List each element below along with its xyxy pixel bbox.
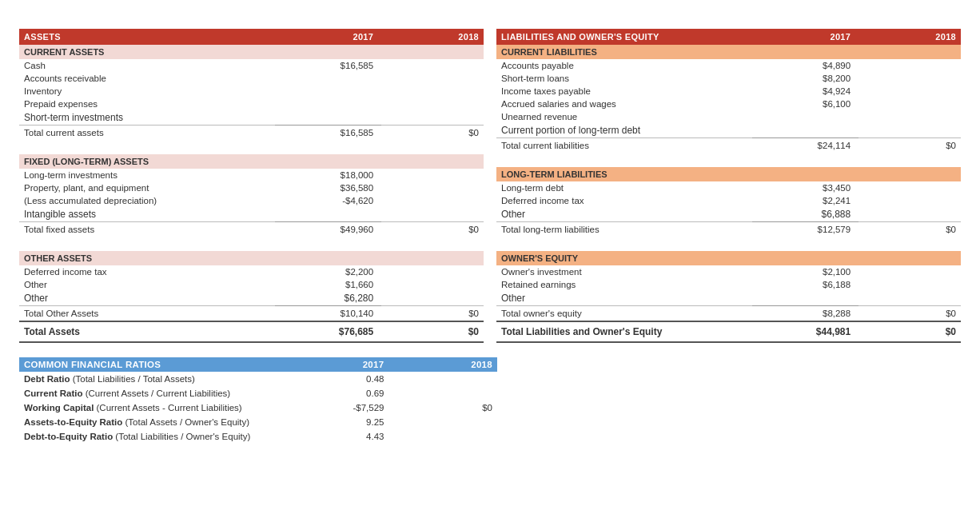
row-val-2017: $6,100 [752, 98, 859, 110]
section-label: OTHER ASSETS [19, 251, 484, 265]
table-row: Other $6,280 [19, 291, 484, 306]
ratio-val-2017: -$7,529 [282, 400, 392, 415]
row-label: Other [19, 291, 275, 306]
row-label: Accounts receivable [19, 72, 275, 85]
row-label: Deferred income tax [19, 265, 275, 278]
row-val-2017 [752, 123, 859, 138]
grand-total-val-2017: $44,981 [752, 321, 859, 342]
row-val-2017: $8,200 [752, 72, 859, 85]
row-label: Prepaid expenses [19, 98, 275, 110]
row-val-2018 [858, 59, 961, 72]
row-val-2017: $16,585 [275, 59, 382, 72]
table-row: Retained earnings $6,188 [496, 278, 961, 291]
ratios-header-2017: 2017 [282, 357, 392, 372]
grand-total-label: Total Assets [19, 321, 275, 342]
section-total-row: Total fixed assets $49,960 $0 [19, 222, 484, 237]
assets-table: ASSETS 2017 2018 CURRENT ASSETS Cash $16… [19, 29, 484, 343]
spacer-row [19, 140, 484, 154]
table-row: Current portion of long-term debt [496, 123, 961, 138]
row-val-2018 [858, 278, 961, 291]
section-header-row: LONG-TERM LIABILITIES [496, 167, 961, 181]
row-val-2018 [858, 123, 961, 138]
row-val-2018 [381, 98, 484, 110]
grand-total-val-2017: $76,685 [275, 321, 382, 342]
row-val-2018 [858, 85, 961, 98]
section-label: OWNER'S EQUITY [496, 251, 961, 265]
header-label: LIABILITIES AND OWNER'S EQUITY [496, 29, 752, 45]
row-val-2018 [381, 291, 484, 306]
liabilities-table: LIABILITIES AND OWNER'S EQUITY 2017 2018… [496, 29, 961, 343]
row-val-2018 [858, 194, 961, 207]
table-row: Owner's investment $2,100 [496, 265, 961, 278]
section-total-row: Total current liabilities $24,114 $0 [496, 138, 961, 153]
table-row: Long-term debt $3,450 [496, 181, 961, 194]
ratio-label: Debt Ratio (Total Liabilities / Total As… [19, 372, 282, 386]
table-row: Other $1,660 [19, 278, 484, 291]
row-val-2017 [275, 110, 382, 126]
row-val-2018 [381, 207, 484, 222]
row-val-2017: $2,241 [752, 194, 859, 207]
ratio-label: Current Ratio (Current Assets / Current … [19, 386, 282, 400]
main-tables: ASSETS 2017 2018 CURRENT ASSETS Cash $16… [19, 29, 961, 343]
ratios-section: COMMON FINANCIAL RATIOS 2017 2018 Debt R… [19, 357, 497, 444]
section-label: FIXED (LONG-TERM) ASSETS [19, 154, 484, 169]
ratio-val-2017: 9.25 [282, 415, 392, 429]
row-label: Owner's investment [496, 265, 752, 278]
spacer-row [19, 237, 484, 251]
row-val-2017: $6,188 [752, 278, 859, 291]
row-val-2018 [381, 72, 484, 85]
row-val-2018 [381, 181, 484, 194]
ratio-label: Working Capital (Current Assets - Curren… [19, 400, 282, 415]
total-label: Total fixed assets [19, 222, 275, 237]
row-val-2017: $6,888 [752, 207, 859, 222]
row-val-2018 [858, 291, 961, 306]
total-label: Total long-term liabilities [496, 222, 752, 237]
total-val-2017: $49,960 [275, 222, 382, 237]
assets-section: ASSETS 2017 2018 CURRENT ASSETS Cash $16… [19, 29, 484, 343]
ratios-header-label: COMMON FINANCIAL RATIOS [19, 357, 282, 372]
table-row: Property, plant, and equipment $36,580 [19, 181, 484, 194]
total-val-2018: $0 [858, 138, 961, 153]
total-label: Total owner's equity [496, 306, 752, 322]
ratio-val-2018: $0 [392, 400, 497, 415]
row-label: Current portion of long-term debt [496, 123, 752, 138]
table-row: Short-term loans $8,200 [496, 72, 961, 85]
row-val-2018 [858, 181, 961, 194]
row-val-2018 [381, 265, 484, 278]
table-row: Income taxes payable $4,924 [496, 85, 961, 98]
ratios-header-2018: 2018 [392, 357, 497, 372]
row-val-2018 [381, 278, 484, 291]
ratio-row: Debt-to-Equity Ratio (Total Liabilities … [19, 429, 497, 444]
ratio-row: Debt Ratio (Total Liabilities / Total As… [19, 372, 497, 386]
row-label: Other [19, 278, 275, 291]
spacer-row [496, 153, 961, 167]
row-val-2018 [381, 59, 484, 72]
table-row: Other [496, 291, 961, 306]
table-row: Other $6,888 [496, 207, 961, 222]
total-val-2017: $16,585 [275, 126, 382, 141]
row-val-2018 [381, 110, 484, 126]
ratio-row: Current Ratio (Current Assets / Current … [19, 386, 497, 400]
row-label: Intangible assets [19, 207, 275, 222]
ratios-header-row: COMMON FINANCIAL RATIOS 2017 2018 [19, 357, 497, 372]
grand-total-label: Total Liabilities and Owner's Equity [496, 321, 752, 342]
ratio-row: Assets-to-Equity Ratio (Total Assets / O… [19, 415, 497, 429]
total-label: Total Other Assets [19, 306, 275, 322]
row-label: Cash [19, 59, 275, 72]
row-val-2017 [752, 110, 859, 123]
row-val-2018 [858, 207, 961, 222]
ratio-row: Working Capital (Current Assets - Curren… [19, 400, 497, 415]
row-label: Deferred income tax [496, 194, 752, 207]
row-val-2017 [275, 207, 382, 222]
total-val-2018: $0 [381, 306, 484, 322]
table-header-row: LIABILITIES AND OWNER'S EQUITY 2017 2018 [496, 29, 961, 45]
ratio-val-2017: 0.69 [282, 386, 392, 400]
row-val-2017: -$4,620 [275, 194, 382, 207]
row-val-2017 [752, 291, 859, 306]
row-label: Other [496, 207, 752, 222]
row-val-2017: $4,924 [752, 85, 859, 98]
table-row: Accrued salaries and wages $6,100 [496, 98, 961, 110]
row-val-2017: $1,660 [275, 278, 382, 291]
header-2017: 2017 [752, 29, 859, 45]
table-row: Intangible assets [19, 207, 484, 222]
